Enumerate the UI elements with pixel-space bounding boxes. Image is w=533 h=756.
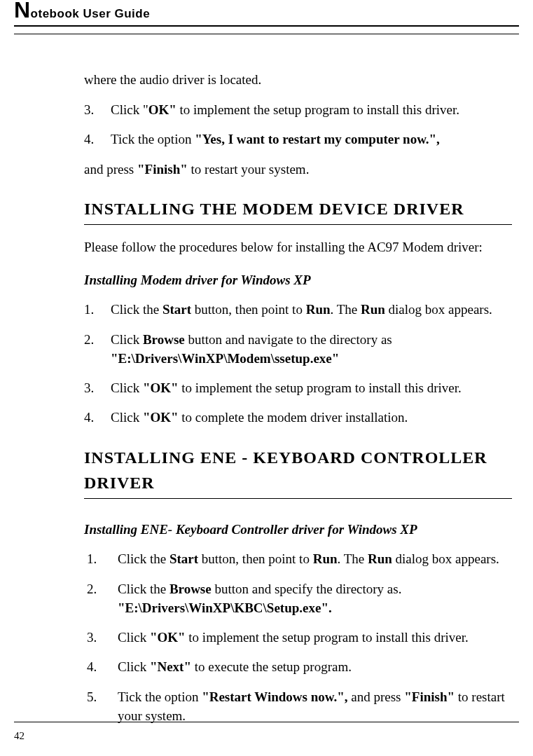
list-item: 3. Click "OK" to implement the setup pro… xyxy=(87,628,512,648)
page: Notebook User Guide where the audio driv… xyxy=(0,0,533,756)
list-item: 2. Click Browse button and navigate to t… xyxy=(84,330,512,369)
header-title: otebook User Guide xyxy=(31,7,151,20)
intro-continuation: where the audio driver is located. xyxy=(84,70,512,90)
header-dropcap: N xyxy=(14,0,31,22)
list-body: Tick the option "Restart Windows now.", … xyxy=(118,687,512,726)
list-body: Click the Browse button and specify the … xyxy=(118,579,512,618)
list-item: 1. Click the Start button, then point to… xyxy=(87,549,512,570)
content: where the audio driver is located. 3. Cl… xyxy=(84,70,512,707)
list-num: 1. xyxy=(87,549,118,570)
list-item: 4. Click "OK" to complete the modem driv… xyxy=(84,408,512,428)
list-num: 4. xyxy=(87,657,118,678)
list-item: 3. Click "OK" to implement the setup pro… xyxy=(84,100,512,121)
list-body-cont: and press "Finish" to restart your syste… xyxy=(84,160,512,180)
list-body: Click "Next" to execute the setup progra… xyxy=(118,657,512,677)
list-body: Click "OK" to complete the modem driver … xyxy=(111,408,512,427)
header-rule xyxy=(14,34,519,34)
list-num: 4. xyxy=(84,408,111,428)
list-num: 5. xyxy=(87,687,118,708)
list-body: Click the Start button, then point to Ru… xyxy=(111,300,512,319)
list-item: 3. Click "OK" to implement the setup pro… xyxy=(84,378,512,399)
path-text: "E:\Drivers\WinXP\Modem\ssetup.exe" xyxy=(111,351,339,366)
list-body: Click Browse button and navigate to the … xyxy=(111,330,512,369)
footer-rule xyxy=(14,722,519,722)
section-intro: Please follow the procedures below for i… xyxy=(84,238,512,258)
subsection-heading: Installing ENE- Keyboard Controller driv… xyxy=(84,520,512,540)
subsection-heading: Installing Modem driver for Windows XP xyxy=(84,270,512,291)
list-num: 1. xyxy=(84,300,111,320)
list-item: 4. Tick the option "Yes, I want to resta… xyxy=(84,130,512,150)
list-num: 3. xyxy=(84,378,111,399)
list-num: 2. xyxy=(87,579,118,600)
list-body: Click the Start button, then point to Ru… xyxy=(118,549,512,569)
list-item: 1. Click the Start button, then point to… xyxy=(84,300,512,320)
list-body: Click "OK" to implement the setup progra… xyxy=(118,628,512,647)
list-item: 4. Click "Next" to execute the setup pro… xyxy=(87,657,512,678)
path-text: "E:\Drivers\WinXP\KBC\Setup.exe". xyxy=(118,600,332,615)
list-num: 4. xyxy=(84,130,111,150)
list-item: 5. Tick the option "Restart Windows now.… xyxy=(87,687,512,726)
list-body: Click "OK" to implement the setup progra… xyxy=(111,100,512,120)
section-heading-ene: INSTALLING ENE - KEYBOARD CONTROLLER DRI… xyxy=(84,445,512,499)
list-num: 3. xyxy=(87,628,118,648)
list-body: Click "OK" to implement the setup progra… xyxy=(111,378,512,398)
section-heading-modem: INSTALLING THE MODEM DEVICE DRIVER xyxy=(84,196,512,225)
list-body: Tick the option "Yes, I want to restart … xyxy=(111,130,512,149)
list-item: 2. Click the Browse button and specify t… xyxy=(87,579,512,618)
list-num: 2. xyxy=(84,330,111,350)
page-header: Notebook User Guide xyxy=(14,7,519,27)
list-num: 3. xyxy=(84,100,111,121)
page-number: 42 xyxy=(14,730,25,742)
